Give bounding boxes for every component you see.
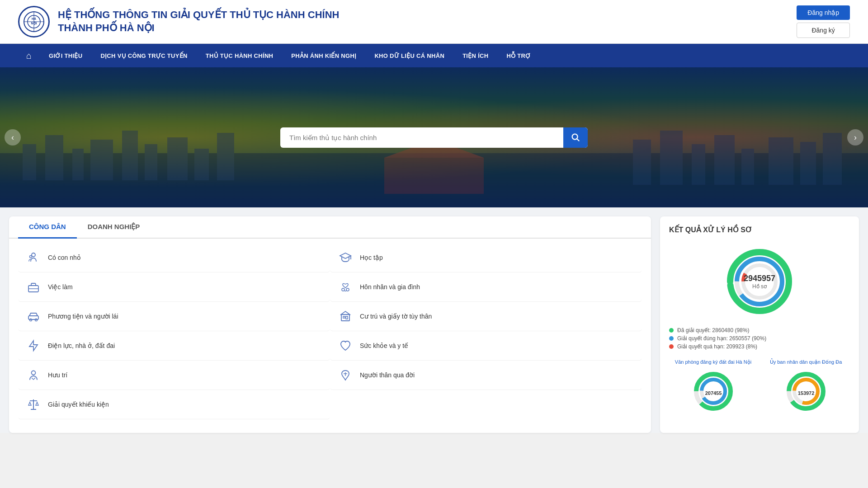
navbar: ⌂ GIỚI THIỆU DỊCH VỤ CÔNG TRỰC TUYẾN THỦ… [0,44,868,67]
svg-rect-8 [45,135,63,180]
svg-point-35 [346,288,349,291]
svg-point-37 [30,319,32,321]
sub-chart-title-uy-ban: Ủy ban nhân dân quận Đống Đa [762,359,850,365]
main-donut-chart: 2945957 Hồ sơ [669,243,850,320]
ket-qua-title: KẾT QUẢ XỬ LÝ HỒ SƠ [669,225,850,234]
menu-label-hon-nhan: Hôn nhân và gia đình [360,283,420,291]
sub-chart-uy-ban: Ủy ban nhân dân quận Đống Đa 153972 [762,359,850,416]
svg-text:153972: 153972 [797,390,814,396]
svg-rect-15 [217,133,234,180]
left-panel: CÔNG DÂN DOANH NGHIỆP Có con nhỏ [9,216,651,433]
header-left: HÀ NỘI HỆ THỐNG THÔNG TIN GIẢI QUYẾT THỦ… [18,6,374,38]
login-button[interactable]: Đăng nhập [797,5,850,20]
menu-label-huu-tri: Hưu trí [48,371,67,379]
svg-rect-13 [167,137,188,180]
svg-rect-40 [343,316,345,318]
svg-rect-23 [823,133,842,185]
menu-grid: Có con nhỏ Học tập [9,239,651,424]
legend-item-qua-han: Giải quyết quá hạn: 209923 (8%) [669,343,850,350]
svg-point-34 [342,288,344,291]
nav-item-ho-tro[interactable]: HỖ TRỢ [497,44,540,67]
menu-item-huu-tri[interactable]: Hưu trí [18,361,330,390]
work-icon [25,279,42,295]
legend-text-dung-han: Giải quyết đúng hạn: 2650557 (90%) [677,335,766,342]
svg-rect-9 [72,149,84,180]
menu-item-giai-quyet-kieu-kien[interactable]: Giải quyết khiếu kiện [18,390,330,419]
svg-rect-18 [692,144,705,185]
menu-label-dien-luc: Điện lực, nhà ở, đất đai [48,342,115,349]
education-icon [337,249,354,266]
svg-rect-22 [800,142,816,185]
menu-item-dien-luc[interactable]: Điện lực, nhà ở, đất đai [18,331,330,361]
right-panel: KẾT QUẢ XỬ LÝ HỒ SƠ 2945957 Hồ sơ [660,216,859,433]
svg-point-29 [30,256,32,258]
sub-charts: Văn phòng đăng ký đất đai Hà Nội 207455 … [669,359,850,416]
svg-marker-42 [29,341,38,351]
legend-text-da-giai-quyet: Đã giải quyết: 2860480 (98%) [677,327,749,333]
sub-chart-title-van-phong: Văn phòng đăng ký đất đai Hà Nội [669,359,757,365]
legend-dot-blue [669,336,674,341]
svg-rect-20 [741,149,754,185]
residence-icon [337,308,354,324]
deceased-icon [337,367,354,383]
tab-doanh-nghiep[interactable]: DOANH NGHIỆP [77,216,151,239]
svg-rect-24 [384,158,484,194]
svg-rect-17 [660,131,683,185]
nav-item-dich-vu[interactable]: DỊCH VỤ CÔNG TRỰC TUYẾN [91,44,196,67]
nav-item-phan-anh[interactable]: PHẢN ÁNH KIẾN NGHỊ [282,44,365,67]
svg-point-26 [572,134,578,140]
tab-cong-dan[interactable]: CÔNG DÂN [18,216,77,239]
nav-item-thu-tuc[interactable]: THỦ TỤC HÀNH CHÍNH [197,44,283,67]
svg-rect-19 [714,135,735,185]
donut-center: 2945957 Hồ sơ [744,274,775,290]
menu-item-hoc-tap[interactable]: Học tập [330,243,642,272]
svg-rect-14 [194,149,209,180]
header-title: HỆ THỐNG THÔNG TIN GIẢI QUYẾT THỦ TỤC HÀ… [58,9,374,34]
menu-item-phuong-tien[interactable]: Phương tiện và người lái [18,302,330,331]
register-button[interactable]: Đăng ký [797,23,850,38]
donut-number: 2945957 [744,274,775,283]
legend-item-da-giai-quyet: Đã giải quyết: 2860480 (98%) [669,327,850,333]
svg-rect-16 [633,140,651,185]
child-icon [25,249,42,266]
svg-rect-41 [346,316,348,319]
family-icon [337,279,354,295]
hero-prev-button[interactable]: ‹ [5,129,21,145]
menu-item-cu-tru[interactable]: Cư trú và giấy tờ tùy thân [330,302,642,331]
nav-home-icon[interactable]: ⌂ [18,44,40,67]
nav-item-tien-ich[interactable]: TIỆN ÍCH [453,44,497,67]
menu-label-suc-khoe: Sức khỏe và y tế [360,342,408,349]
menu-item-nguoi-than[interactable]: Người thân qua đời [330,361,642,390]
main-content: CÔNG DÂN DOANH NGHIỆP Có con nhỏ [0,207,868,433]
search-button[interactable] [563,127,588,148]
svg-rect-12 [145,144,157,180]
legend-dot-red [669,344,674,349]
sub-donut-uy-ban: 153972 [783,369,829,416]
search-icon [571,132,580,142]
svg-rect-10 [90,140,113,180]
legend-item-dung-han: Giải quyết đúng hạn: 2650557 (90%) [669,335,850,342]
nav-item-kho-du-lieu[interactable]: KHO DỮ LIỆU CÁ NHÂN [365,44,453,67]
tabs: CÔNG DÂN DOANH NGHIỆP [9,216,651,239]
health-icon [337,338,354,354]
menu-item-hon-nhan[interactable]: Hôn nhân và gia đình [330,272,642,302]
svg-rect-21 [769,137,793,185]
menu-item-suc-khoe[interactable]: Sức khỏe và y tế [330,331,642,361]
header: HÀ NỘI HỆ THỐNG THÔNG TIN GIẢI QUYẾT THỦ… [0,0,868,44]
menu-label-phuong-tien: Phương tiện và người lái [48,313,118,320]
svg-rect-39 [341,314,349,321]
nav-item-gioi-thieu[interactable]: GIỚI THIỆU [40,44,91,67]
donut-label: Hồ sơ [744,283,775,290]
svg-text:207455: 207455 [705,390,722,396]
svg-point-43 [32,371,36,375]
menu-item-viec-lam[interactable]: Việc làm [18,272,330,302]
hero-next-button[interactable]: › [847,129,863,145]
menu-label-cu-tru: Cư trú và giấy tờ tùy thân [360,313,432,320]
legend-dot-green [669,328,674,333]
electric-icon [25,338,42,354]
svg-line-27 [577,139,579,141]
hero-banner: ‹ › [0,67,868,207]
search-input[interactable] [280,127,588,148]
header-buttons: Đăng nhập Đăng ký [797,5,850,38]
menu-item-con-nho[interactable]: Có con nhỏ [18,243,330,272]
